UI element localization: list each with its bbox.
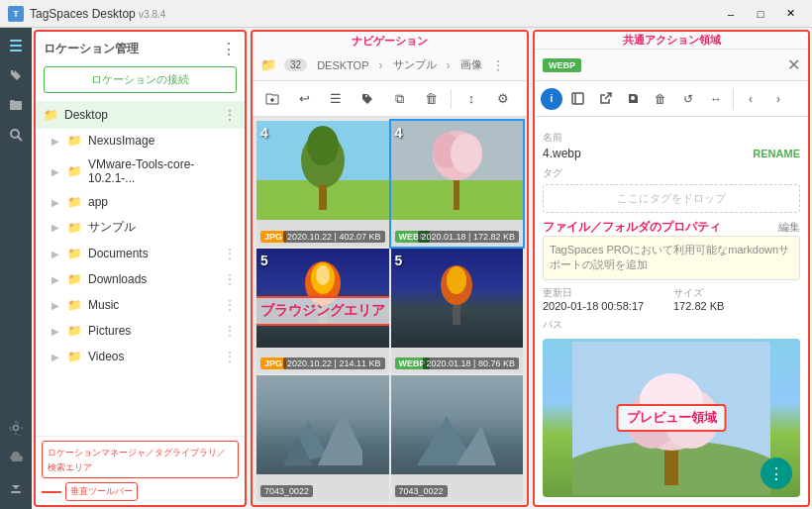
tag-drop-zone[interactable]: ここにタグをドロップ: [543, 184, 800, 213]
rename-btn[interactable]: RENAME: [753, 148, 800, 159]
file-number-4: 5: [395, 253, 403, 268]
folder-icon: 📁: [67, 221, 82, 235]
svg-rect-0: [10, 40, 22, 42]
location-manager-annotation-box: ロケーションマネージャ／タグライブラリ／検索エリア: [42, 441, 239, 478]
tag-btn[interactable]: [354, 85, 381, 113]
breadcrumb-sample[interactable]: サンプル: [391, 57, 439, 72]
vtb-folder-btn[interactable]: [2, 91, 30, 119]
folder-icon: 📁: [67, 298, 82, 312]
file-info-2: 2020.01.18 | 172.82 KB: [418, 231, 519, 243]
file-number-1: 4: [260, 125, 268, 141]
file-label-6: 7043_0022: [395, 485, 448, 497]
location-manager-menu-btn[interactable]: ⋮: [221, 40, 237, 58]
folder-menu-btn[interactable]: ⋮: [223, 246, 237, 261]
file-info-3: 2020.10.22 | 214.11 KB: [283, 357, 384, 369]
app-icon: T: [8, 6, 24, 22]
expand-icon: ▶: [51, 352, 59, 362]
list-view-btn[interactable]: ☰: [322, 85, 350, 113]
desktop-location-menu-btn[interactable]: ⋮: [223, 107, 237, 123]
folder-item-documents[interactable]: ▶ 📁 Documents ⋮: [36, 241, 245, 266]
new-folder-btn[interactable]: [258, 85, 286, 113]
rp-reload-btn[interactable]: ↺: [675, 86, 701, 112]
folder-item-downloads[interactable]: ▶ 📁 Downloads ⋮: [36, 266, 245, 292]
file-label-5: 7043_0022: [260, 485, 313, 497]
sort-btn[interactable]: ↕: [457, 85, 485, 113]
rp-open-btn[interactable]: [592, 86, 618, 112]
copy-btn[interactable]: ⧉: [385, 85, 413, 113]
meta-updated: 更新日 2020-01-18 00:58:17: [543, 286, 669, 312]
file-number-3: 5: [260, 253, 268, 268]
file-thumb-1: [256, 121, 389, 220]
file-item-6[interactable]: 7043_0022: [391, 375, 524, 501]
breadcrumb-bar: 📁 32 DESKTOP › サンプル › 画像 ⋮: [253, 50, 527, 81]
connect-location-btn[interactable]: ロケーションの接続: [44, 66, 237, 93]
rp-delete-btn[interactable]: 🗑: [648, 86, 673, 112]
folder-item-app[interactable]: ▶ 📁 app: [36, 190, 245, 214]
desc-text: TagSpaces PROにおいて利用可能なmarkdownサポートの説明を追加: [550, 244, 789, 270]
svg-rect-21: [453, 305, 460, 325]
breadcrumb-sep2: ›: [447, 58, 451, 72]
updated-label: 更新日: [543, 286, 669, 300]
folder-menu-btn[interactable]: ⋮: [223, 323, 237, 339]
folder-icon: 📁: [67, 350, 82, 363]
file-item-4[interactable]: 5 WEBP 2020.01.18 | 80.76 KB: [391, 249, 524, 374]
folder-name: Documents: [88, 247, 217, 260]
folder-item-vmware[interactable]: ▶ 📁 VMware-Tools-core-10.2.1-...: [36, 153, 245, 190]
breadcrumb-desktop[interactable]: DESKTOP: [315, 59, 370, 71]
folder-menu-btn-downloads[interactable]: ⋮: [223, 271, 237, 287]
folder-name: Music: [88, 298, 217, 312]
rp-share-btn[interactable]: ↔: [703, 86, 729, 112]
vtb-cloud-btn[interactable]: [2, 444, 30, 471]
desc-box: TagSpaces PROにおいて利用可能なmarkdownサポートの説明を追加: [543, 236, 800, 280]
folder-icon: 📁: [67, 272, 82, 286]
svg-line-29: [605, 93, 611, 99]
minimize-button[interactable]: –: [717, 4, 745, 24]
close-button[interactable]: ✕: [776, 4, 804, 24]
folder-item-nexus[interactable]: ▶ 📁 NexusImage: [36, 129, 245, 153]
breadcrumb-images[interactable]: 画像: [458, 57, 484, 72]
properties-edit-btn[interactable]: 編集: [778, 220, 800, 235]
vtb-bottom-btn[interactable]: [2, 473, 30, 501]
rp-close-btn[interactable]: ✕: [787, 55, 800, 74]
rp-toolbar: i 🗑 ↺ ↔ ‹ ›: [535, 81, 808, 117]
rp-prev-btn[interactable]: ‹: [738, 86, 763, 112]
file-item-1[interactable]: 4 JPG 2020.10.22 | 402.07 KB: [256, 121, 389, 247]
folder-name: サンプル: [88, 219, 237, 236]
file-info-1: 2020.10.22 | 402.07 KB: [283, 231, 384, 243]
desc-section-header: ファイル／フォルダのプロパティ 編集: [543, 219, 800, 236]
preview-fab-btn[interactable]: ⋮: [761, 458, 792, 489]
folder-item-sample[interactable]: ▶ 📁 サンプル: [36, 214, 245, 241]
folder-menu-btn[interactable]: ⋮: [223, 349, 237, 364]
rp-save-btn[interactable]: [620, 86, 646, 112]
svg-rect-27: [572, 93, 583, 104]
size-label: サイズ: [673, 286, 800, 300]
folder-item-music[interactable]: ▶ 📁 Music ⋮: [36, 292, 245, 318]
vtb-bottom: [2, 414, 30, 505]
expand-icon: ▶: [51, 166, 59, 177]
file-count-badge: 32: [284, 58, 307, 71]
file-item-3[interactable]: 5 JPG 2020.10.22 | 214.11 KB ブラウジングエリア: [256, 249, 389, 374]
meta-size: サイズ 172.82 KB: [673, 286, 800, 312]
vtb-search-btn[interactable]: [2, 121, 30, 149]
vtb-settings-btn[interactable]: [2, 414, 30, 442]
rp-expand-btn[interactable]: [564, 86, 590, 112]
file-item-2[interactable]: 4 WEBP 2020.01.18 | 172.82 KB: [391, 121, 524, 247]
maximize-button[interactable]: □: [747, 4, 774, 24]
folder-item-videos[interactable]: ▶ 📁 Videos ⋮: [36, 344, 245, 369]
file-name-value: 4.webp: [543, 147, 581, 160]
vtb-tag-btn[interactable]: [2, 61, 30, 89]
rp-toolbar-sep: [733, 89, 734, 109]
settings-btn[interactable]: ⚙: [489, 85, 517, 113]
svg-rect-2: [10, 50, 22, 51]
rp-info-btn[interactable]: i: [541, 88, 562, 110]
delete-btn[interactable]: 🗑: [417, 85, 445, 113]
folder-menu-btn[interactable]: ⋮: [223, 297, 237, 313]
back-btn[interactable]: ↩: [290, 85, 318, 113]
vtb-location-btn[interactable]: [2, 32, 30, 59]
svg-point-20: [447, 266, 466, 294]
file-item-5[interactable]: 7043_0022: [256, 375, 389, 501]
rp-next-btn[interactable]: ›: [765, 86, 791, 112]
folder-item-pictures[interactable]: ▶ 📁 Pictures ⋮: [36, 318, 245, 344]
size-value: 172.82 KB: [673, 300, 800, 312]
location-item-desktop[interactable]: 📁 Desktop ⋮: [36, 101, 245, 129]
